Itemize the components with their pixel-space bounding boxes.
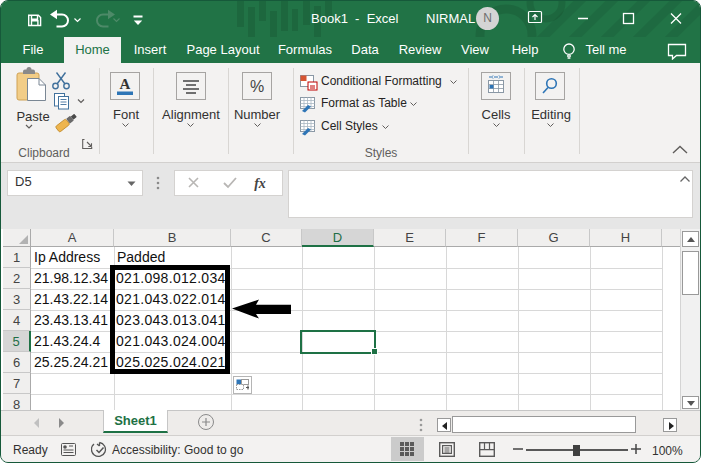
svg-text:A: A: [120, 76, 131, 92]
svg-text:fx: fx: [254, 176, 266, 191]
svg-text:%: %: [250, 78, 264, 95]
